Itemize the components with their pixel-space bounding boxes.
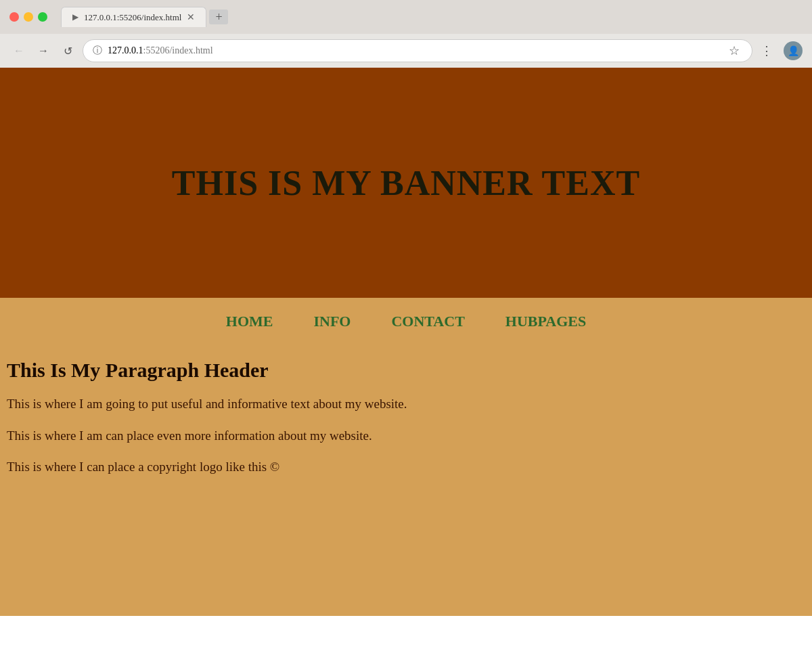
tab-favicon-icon: ▶ — [72, 12, 78, 22]
reload-button[interactable]: ↺ — [58, 41, 77, 60]
menu-icon[interactable]: ⋮ — [758, 43, 775, 58]
forward-button[interactable]: → — [34, 41, 53, 60]
banner-heading: THIS IS MY BANNER TEXT — [172, 163, 640, 203]
nav-link-contact[interactable]: CONTACT — [391, 313, 464, 330]
paragraph-header: This Is My Paragraph Header — [7, 359, 805, 382]
tab-bar: ▶ 127.0.0.1:55206/index.html ✕ + — [61, 7, 803, 27]
paragraph-2: This is where I am can place even more i… — [7, 427, 805, 445]
tab-close-icon[interactable]: ✕ — [187, 12, 195, 23]
traffic-lights — [9, 12, 47, 22]
banner-section: THIS IS MY BANNER TEXT — [0, 68, 812, 298]
close-button[interactable] — [9, 12, 19, 22]
nav-link-home[interactable]: HOME — [226, 313, 273, 330]
paragraph-1: This is where I am going to put useful a… — [7, 395, 805, 414]
url-path: :55206/index.html — [143, 45, 213, 56]
browser-toolbar: ← → ↺ ⓘ 127.0.0.1:55206/index.html ☆ ⋮ 👤 — [0, 34, 812, 68]
nav-link-hubpages[interactable]: HUBPAGES — [505, 313, 586, 330]
webpage: THIS IS MY BANNER TEXT HOME INFO CONTACT… — [0, 68, 812, 616]
forward-icon: → — [38, 45, 49, 57]
reload-icon: ↺ — [64, 45, 72, 58]
navigation-bar: HOME INFO CONTACT HUBPAGES — [0, 298, 812, 345]
profile-avatar-icon: 👤 — [788, 45, 799, 57]
minimize-button[interactable] — [24, 12, 33, 22]
active-tab[interactable]: ▶ 127.0.0.1:55206/index.html ✕ — [61, 7, 206, 27]
bookmark-icon[interactable]: ☆ — [726, 43, 742, 58]
new-tab-button[interactable]: + — [209, 9, 228, 24]
info-icon: ⓘ — [93, 45, 102, 57]
url-host: 127.0.0.1 — [108, 45, 143, 56]
nav-link-info[interactable]: INFO — [313, 313, 351, 330]
address-bar[interactable]: ⓘ 127.0.0.1:55206/index.html ☆ — [83, 39, 752, 62]
browser-chrome: ▶ 127.0.0.1:55206/index.html ✕ + ← → ↺ ⓘ… — [0, 0, 812, 68]
profile-icon[interactable]: 👤 — [784, 41, 803, 60]
browser-titlebar: ▶ 127.0.0.1:55206/index.html ✕ + — [0, 0, 812, 34]
content-area: This Is My Paragraph Header This is wher… — [0, 345, 812, 616]
maximize-button[interactable] — [38, 12, 47, 22]
address-text: 127.0.0.1:55206/index.html — [108, 45, 721, 56]
back-button[interactable]: ← — [9, 41, 28, 60]
back-icon: ← — [14, 45, 24, 57]
paragraph-3: This is where I can place a copyright lo… — [7, 458, 805, 476]
tab-title: 127.0.0.1:55206/index.html — [84, 12, 181, 23]
